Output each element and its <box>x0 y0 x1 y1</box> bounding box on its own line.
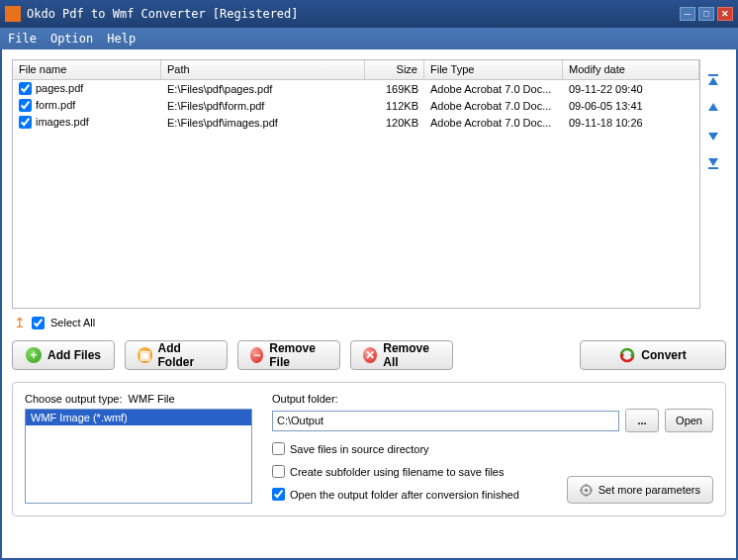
close-button[interactable]: ✕ <box>717 7 733 21</box>
select-all-checkbox[interactable] <box>32 317 45 329</box>
add-folder-button[interactable]: ▣ Add Folder <box>125 340 228 370</box>
content-area: File name Path Size File Type Modify dat… <box>2 49 736 558</box>
up-folder-icon[interactable]: ↥ <box>14 315 26 330</box>
move-top-icon[interactable] <box>706 73 720 87</box>
maximize-button[interactable]: □ <box>698 7 714 21</box>
remove-file-label: Remove File <box>269 341 327 369</box>
remove-all-label: Remove All <box>383 341 440 369</box>
reorder-arrows <box>700 59 726 309</box>
create-subfolder-checkbox[interactable] <box>272 465 285 478</box>
app-icon <box>5 6 21 22</box>
col-header-size[interactable]: Size <box>365 60 424 79</box>
plus-icon: + <box>26 347 42 363</box>
create-subfolder-label[interactable]: Create subfolder using filename to save … <box>290 466 504 478</box>
add-files-label: Add Files <box>47 348 101 362</box>
convert-label: Convert <box>641 348 686 362</box>
output-folder-label: Output folder: <box>272 393 713 405</box>
select-all-label[interactable]: Select All <box>50 317 95 328</box>
add-files-button[interactable]: + Add Files <box>12 340 115 370</box>
svg-marker-3 <box>708 133 718 140</box>
row-checkbox[interactable] <box>19 99 32 112</box>
output-folder-input[interactable] <box>272 411 619 431</box>
output-type-label: Choose output type: WMF File <box>25 393 252 405</box>
move-bottom-icon[interactable] <box>706 156 720 170</box>
bottom-panel: Choose output type: WMF File WMF Image (… <box>12 382 726 516</box>
svg-marker-4 <box>708 158 718 166</box>
titlebar: Okdo Pdf to Wmf Converter [Registered] ─… <box>0 0 738 28</box>
open-folder-button[interactable]: Open <box>665 409 713 432</box>
svg-marker-1 <box>708 77 718 85</box>
col-header-date[interactable]: Modify date <box>563 60 699 79</box>
open-after-label[interactable]: Open the output folder after conversion … <box>290 489 519 501</box>
convert-icon <box>619 347 635 363</box>
folder-icon: ▣ <box>138 347 152 363</box>
x-icon: ✕ <box>363 347 377 363</box>
svg-marker-2 <box>708 103 718 111</box>
row-checkbox[interactable] <box>19 82 32 95</box>
table-row[interactable]: pages.pdfE:\Files\pdf\pages.pdf169KBAdob… <box>13 80 699 97</box>
minimize-button[interactable]: ─ <box>680 7 695 21</box>
window-title: Okdo Pdf to Wmf Converter [Registered] <box>27 7 680 21</box>
menu-help[interactable]: Help <box>107 32 136 46</box>
menu-option[interactable]: Option <box>50 32 93 46</box>
move-down-icon[interactable] <box>706 129 720 142</box>
svg-point-9 <box>584 488 588 492</box>
file-grid[interactable]: File name Path Size File Type Modify dat… <box>12 59 700 309</box>
col-header-path[interactable]: Path <box>161 60 365 79</box>
gear-icon <box>580 484 593 497</box>
browse-button[interactable]: ... <box>625 409 659 432</box>
add-folder-label: Add Folder <box>158 341 215 369</box>
table-row[interactable]: form.pdfE:\Files\pdf\form.pdf112KBAdobe … <box>13 97 699 114</box>
more-params-label: Set more parameters <box>599 484 700 496</box>
move-up-icon[interactable] <box>706 101 720 115</box>
menubar: File Option Help <box>0 28 738 49</box>
grid-header: File name Path Size File Type Modify dat… <box>13 60 699 80</box>
col-header-type[interactable]: File Type <box>424 60 563 79</box>
svg-rect-5 <box>708 167 718 169</box>
table-row[interactable]: images.pdfE:\Files\pdf\images.pdf120KBAd… <box>13 114 699 131</box>
minus-icon: − <box>250 347 263 363</box>
menu-file[interactable]: File <box>8 32 37 46</box>
col-header-name[interactable]: File name <box>13 60 161 79</box>
remove-all-button[interactable]: ✕ Remove All <box>350 340 453 370</box>
output-type-list[interactable]: WMF Image (*.wmf) <box>25 409 252 504</box>
row-checkbox[interactable] <box>19 116 32 129</box>
save-in-source-checkbox[interactable] <box>272 442 285 455</box>
save-in-source-label[interactable]: Save files in source directory <box>290 443 429 455</box>
open-after-checkbox[interactable] <box>272 488 285 501</box>
convert-button[interactable]: Convert <box>580 340 726 370</box>
set-more-parameters-button[interactable]: Set more parameters <box>567 476 713 504</box>
svg-rect-0 <box>708 74 718 76</box>
remove-file-button[interactable]: − Remove File <box>237 340 340 370</box>
list-item[interactable]: WMF Image (*.wmf) <box>26 410 251 425</box>
